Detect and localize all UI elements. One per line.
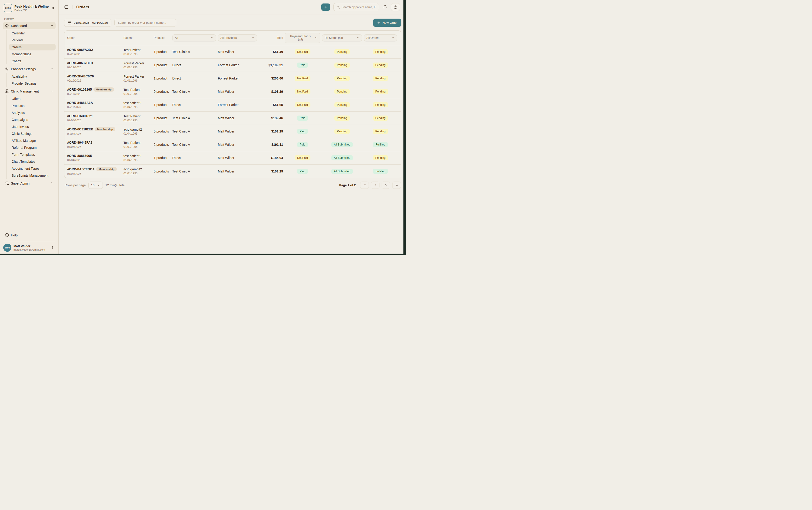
sidebar-item-calendar[interactable]: Calendar [9, 30, 56, 36]
rx-status-badge: Pending [335, 129, 350, 134]
sidebar-item-surescripts-management[interactable]: SureScripts Management [9, 172, 56, 179]
table-row[interactable]: #ORD-00106165Membership02/17/2026Test Pa… [64, 85, 401, 98]
order-search-input[interactable] [114, 19, 176, 27]
sidebar-item-patients[interactable]: Patients [9, 37, 56, 43]
chevron-down-icon [392, 36, 395, 39]
sidebar-item-provider-settings[interactable]: Provider Settings [3, 65, 56, 72]
order-date: 01/04/2026 [67, 158, 122, 162]
rx-status-cell: Pending [322, 102, 362, 108]
payment-status-cell: Not Paid [285, 49, 320, 54]
last-page-button[interactable] [392, 182, 401, 189]
sidebar-item-offers[interactable]: Offers [9, 95, 56, 102]
table-row[interactable]: #ORD-006FA2D202/20/2026Test Patient01/03… [64, 45, 401, 59]
sidebar-item-clinic-settings[interactable]: Clinic Settings [9, 130, 56, 137]
next-page-button[interactable] [382, 182, 390, 189]
payment-status-badge: Paid [297, 169, 308, 174]
quick-add-button[interactable] [321, 3, 330, 11]
sidebar-item-analytics[interactable]: Analytics [9, 109, 56, 116]
payment-status-badge: Not Paid [295, 76, 311, 81]
panel-left-icon [64, 5, 68, 9]
table-row[interactable]: #ORD-DA30182102/08/2026Test Patient01/03… [64, 112, 401, 125]
order-status-badge: Pending [373, 116, 388, 121]
patient-name: Test Patient [123, 141, 152, 145]
sidebar-item-dashboard[interactable]: Dashboard [3, 22, 56, 29]
sidebar-item-label: Clinic Management [11, 89, 48, 93]
sidebar-item-clinic-management[interactable]: Clinic Management [3, 88, 56, 95]
topbar-actions [321, 3, 400, 11]
date-range-button[interactable]: 01/01/2026 - 03/10/2026 [64, 19, 111, 27]
order-status-cell: Pending [364, 76, 397, 81]
sidebar-item-memberships[interactable]: Memberships [9, 51, 56, 57]
clinic-filter-value: All [175, 36, 178, 39]
clinic-cell: Test Clinic A [172, 129, 216, 133]
org-switcher[interactable]: EMRS Peak Health & Wellness Dallas, TX [3, 2, 56, 14]
theme-toggle-button[interactable] [391, 3, 400, 11]
providers-filter-value: All Providers [221, 36, 237, 39]
table-row[interactable]: #ORD-8A5CFDCAMembership01/04/2026acid ga… [64, 164, 401, 178]
order-status-filter-dropdown[interactable]: All Orders [364, 34, 397, 41]
main-area: Orders 01/ [59, 0, 406, 255]
order-id: #ORD-DA301821 [67, 114, 93, 118]
sidebar-item-charts[interactable]: Charts [9, 58, 56, 64]
global-search-input[interactable] [342, 6, 376, 9]
rx-status-cell: Pending [322, 116, 362, 121]
payment-status-cell: Paid [285, 116, 320, 121]
providers-filter-dropdown[interactable]: All Providers [218, 34, 257, 41]
sidebar-toggle-button[interactable] [64, 4, 69, 10]
sidebar-item-provider-settings[interactable]: Provider Settings [9, 80, 56, 87]
payment-status-badge: Not Paid [295, 89, 311, 94]
patient-dob: 01/04/1995 [123, 158, 152, 162]
sidebar-item-form-templates[interactable]: Form Templates [9, 151, 56, 158]
sidebar-item-help[interactable]: Help [3, 232, 56, 239]
table-row[interactable]: #ORD-2FAEC6C602/19/2026Forrest Parker01/… [64, 72, 401, 85]
table-row[interactable]: #ORD-6C3182EBMembership02/03/2026acid ga… [64, 125, 401, 138]
patient-name: acid gambit2 [123, 128, 152, 131]
sidebar-item-campaigns[interactable]: Campaigns [9, 116, 56, 123]
table-row[interactable]: #ORD-40637CFD02/19/2026Forrest Parker01/… [64, 59, 401, 72]
rx-status-filter-dropdown[interactable]: Rx Status (all) [322, 34, 362, 41]
user-menu-button[interactable] [50, 245, 55, 250]
payment-status-cell: Not Paid [285, 155, 320, 160]
table-row[interactable]: #ORD-89446FA801/05/2026Test Patient01/03… [64, 138, 401, 151]
sidebar-item-orders[interactable]: Orders [9, 44, 56, 51]
user-card[interactable]: MW Matt Wilder matt.b.wilder1@gmail.com [3, 243, 56, 252]
dots-vertical-icon [51, 246, 54, 249]
sidebar-item-affiliate-manager[interactable]: Affiliate Manager [9, 137, 56, 144]
help-label: Help [11, 233, 54, 237]
total-cell: $139.46 [259, 116, 283, 120]
clinic-filter-dropdown[interactable]: All [172, 34, 216, 41]
total-cell: $1,199.31 [259, 63, 283, 67]
clinic-cell: Direct [172, 63, 216, 67]
total-cell: $185.94 [259, 156, 283, 160]
sidebar-item-chart-templates[interactable]: Chart Templates [9, 158, 56, 165]
sidebar-item-user-invites[interactable]: User Invites [9, 123, 56, 130]
user-meta: Matt Wilder matt.b.wilder1@gmail.com [13, 244, 48, 251]
plus-icon [324, 5, 328, 9]
order-id-line: #ORD-6C3182EBMembership [67, 127, 122, 131]
patient-cell: acid gambit201/04/1995 [123, 128, 152, 135]
rows-per-page-select[interactable]: 10 [88, 182, 103, 189]
sidebar-item-appointment-types[interactable]: Appointment Types [9, 165, 56, 172]
sidebar-item-products[interactable]: Products [9, 102, 56, 109]
sidebar-item-referral-program[interactable]: Referral Program [9, 144, 56, 151]
table-row[interactable]: #ORD-8886606501/04/2026test patient201/0… [64, 151, 401, 164]
first-page-button[interactable] [360, 182, 369, 189]
payment-status-filter-dropdown[interactable]: Payment Status (all) [285, 33, 320, 43]
patient-name: test patient2 [123, 154, 152, 158]
notifications-button[interactable] [382, 5, 388, 10]
total-cell: $103.29 [259, 169, 283, 173]
order-date: 01/05/2026 [67, 145, 122, 149]
order-total: $185.94 [271, 156, 283, 160]
order-id-line: #ORD-2FAEC6C6 [67, 74, 122, 78]
new-order-button[interactable]: New Order [373, 19, 401, 27]
order-status-cell: Fulfilled [364, 142, 397, 147]
sidebar-item-super-admin[interactable]: Super Admin [3, 180, 56, 187]
table-body: #ORD-006FA2D202/20/2026Test Patient01/03… [64, 45, 401, 178]
payment-status-badge: Not Paid [295, 102, 311, 108]
order-id: #ORD-84883A3A [67, 101, 93, 104]
sidebar-item-availability[interactable]: Availability [9, 73, 56, 80]
previous-page-button[interactable] [371, 182, 379, 189]
order-status-cell: Pending [364, 129, 397, 134]
table-row[interactable]: #ORD-84883A3A02/11/2026test patient201/0… [64, 98, 401, 112]
membership-badge: Membership [93, 87, 114, 92]
